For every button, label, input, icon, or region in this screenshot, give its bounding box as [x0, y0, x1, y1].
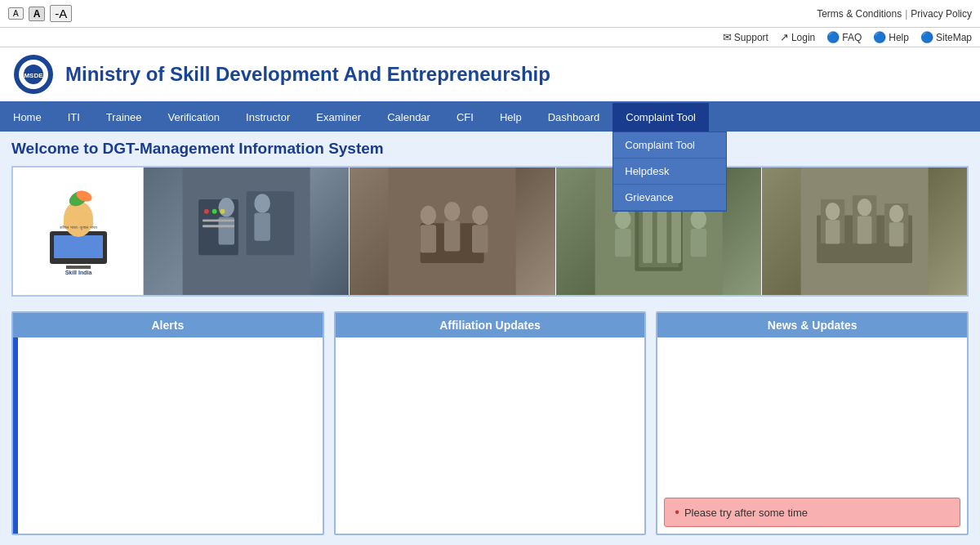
nav-instructor[interactable]: Instructor [233, 103, 303, 132]
svg-point-22 [212, 209, 217, 214]
font-large-btn[interactable]: -A [50, 5, 72, 22]
login-link[interactable]: ↗ Login [780, 31, 815, 43]
svg-text:MSDE: MSDE [24, 72, 43, 79]
nav-dashboard[interactable]: Dashboard [535, 103, 613, 132]
svg-rect-6 [54, 235, 103, 258]
support-link[interactable]: ✉ Support [723, 31, 768, 43]
dropdown-helpdesk[interactable]: Helpdesk [613, 159, 726, 185]
svg-rect-54 [889, 222, 904, 246]
banner-image-2 [350, 168, 555, 295]
svg-text:कौशल भारत - कुशल भारत: कौशल भारत - कुशल भारत [59, 225, 97, 230]
site-header: MSDE Ministry of Skill Development And E… [0, 47, 980, 103]
svg-point-53 [889, 205, 904, 222]
sitemap-link[interactable]: 🔵 SiteMap [920, 31, 972, 43]
main-navigation: Home ITI Trainee Verification Instructor… [0, 103, 980, 132]
news-body: • Please try after some time [657, 337, 967, 534]
svg-rect-50 [826, 220, 840, 243]
nav-home[interactable]: Home [0, 103, 55, 132]
svg-rect-7 [66, 266, 91, 269]
support-icon: ✉ [723, 31, 732, 43]
svg-point-19 [254, 194, 270, 212]
svg-rect-29 [421, 225, 437, 252]
alerts-body [13, 337, 323, 534]
top-links: Terms & Conditions | Privacy Policy [817, 8, 972, 20]
nav-verification[interactable]: Verification [154, 103, 233, 132]
svg-point-17 [219, 198, 235, 217]
hero-banner: Skill India कौशल भारत - कुशल भारत [11, 166, 969, 297]
banner-images [144, 168, 967, 295]
svg-point-28 [421, 206, 437, 225]
banner-image-1 [144, 168, 350, 295]
sitemap-icon: 🔵 [920, 31, 933, 43]
svg-rect-31 [444, 221, 461, 251]
nav-iti[interactable]: ITI [55, 103, 93, 132]
svg-rect-25 [203, 225, 234, 227]
terms-link[interactable]: Terms & Conditions [817, 8, 902, 20]
dropdown-complaint-tool[interactable]: Complaint Tool [613, 132, 726, 159]
alerts-header: Alerts [13, 313, 323, 337]
affiliation-body [336, 337, 645, 534]
nav-cfi[interactable]: CFI [443, 103, 487, 132]
accessibility-bar: A A -A Terms & Conditions | Privacy Poli… [0, 0, 980, 28]
error-bullet: • [675, 505, 679, 520]
nav-trainee[interactable]: Trainee [93, 103, 155, 132]
nav-help[interactable]: Help [487, 103, 535, 132]
skill-india-logo-container: Skill India कौशल भारत - कुशल भारत [13, 168, 144, 295]
login-icon: ↗ [780, 31, 789, 43]
font-small-btn[interactable]: A [8, 7, 24, 20]
alerts-panel: Alerts [11, 311, 324, 535]
nav-complaint[interactable]: Complaint Tool Complaint Tool Helpdesk G… [612, 103, 709, 132]
utility-nav: ✉ Support ↗ Login 🔵 FAQ 🔵 Help 🔵 SiteMap [0, 28, 980, 47]
svg-point-49 [826, 203, 840, 220]
sep1: | [905, 8, 907, 20]
svg-rect-33 [472, 225, 488, 252]
news-panel: News & Updates • Please try after some t… [656, 311, 969, 535]
error-text: Please try after some time [684, 507, 808, 519]
help-link[interactable]: 🔵 Help [873, 31, 909, 43]
affiliation-header: Affiliation Updates [336, 313, 645, 337]
banner-image-4 [762, 168, 967, 295]
help-icon: 🔵 [873, 31, 886, 43]
site-title: Ministry of Skill Development And Entrep… [65, 63, 550, 86]
svg-rect-52 [858, 216, 872, 243]
skill-india-logo: Skill India कौशल भारत - कुशल भारत [33, 186, 123, 276]
svg-point-30 [444, 202, 461, 221]
complaint-dropdown: Complaint Tool Helpdesk Grievance [612, 132, 727, 212]
page-title: Welcome to DGT-Management Information Sy… [11, 140, 969, 158]
svg-point-42 [690, 210, 706, 229]
msde-logo: MSDE [13, 54, 54, 95]
alerts-content [18, 337, 323, 534]
nav-calendar[interactable]: Calendar [374, 103, 443, 132]
faq-link[interactable]: 🔵 FAQ [826, 31, 862, 43]
svg-rect-24 [203, 219, 234, 221]
font-size-controls: A A -A [8, 5, 72, 22]
svg-point-32 [472, 206, 488, 225]
svg-point-21 [204, 209, 209, 214]
svg-point-51 [858, 199, 872, 216]
news-header: News & Updates [657, 313, 967, 337]
font-normal-btn[interactable]: A [29, 7, 46, 21]
faq-icon: 🔵 [826, 31, 840, 43]
svg-point-40 [615, 210, 631, 229]
dropdown-grievance[interactable]: Grievance [613, 185, 726, 211]
nav-examiner[interactable]: Examiner [303, 103, 374, 132]
error-message: • Please try after some time [664, 498, 960, 527]
svg-rect-43 [690, 229, 706, 257]
privacy-link[interactable]: Privacy Policy [911, 8, 972, 20]
affiliation-panel: Affiliation Updates [334, 311, 647, 535]
content-panels: Alerts Affiliation Updates News & Update… [11, 311, 969, 535]
svg-text:Skill India: Skill India [65, 270, 91, 275]
svg-point-23 [220, 209, 225, 214]
page-content: Welcome to DGT-Management Information Sy… [0, 132, 980, 545]
svg-rect-41 [615, 229, 631, 257]
svg-rect-20 [254, 213, 270, 241]
